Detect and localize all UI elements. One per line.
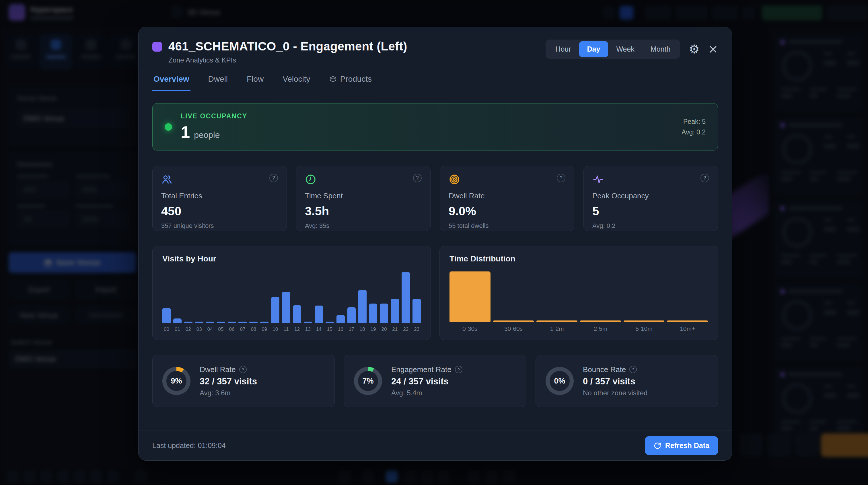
tab-overview[interactable]: Overview [152,73,190,91]
tab-label: Products [340,74,372,84]
visits-bar-08 [249,322,257,323]
stat-value: 5 [592,204,709,218]
chart-title: Visits by Hour [162,254,421,263]
help-icon[interactable]: ? [269,174,278,182]
tab-flow[interactable]: Flow [246,73,265,91]
help-icon[interactable]: ? [701,174,709,182]
time-distribution-plot: 0-30s30-60s1-2m2-5m5-10m10m+ [450,271,708,332]
live-peak: Peak: 5 [682,117,706,127]
stat-value: 450 [161,204,278,218]
visits-slot-01: 01 [173,271,182,332]
close-icon[interactable] [708,44,718,54]
visits-slot-09: 09 [260,271,269,332]
donut-card-row: 9%Dwell Rate?32 / 357 visitsAvg: 3.6m7%E… [152,355,718,407]
donut-value-line: 32 / 357 visits [199,376,257,387]
stat-label: Time Spent [305,192,422,200]
time-range-month[interactable]: Month [643,41,678,57]
donut-percent: 9% [166,371,186,391]
visits-slot-05: 05 [217,271,225,332]
visits-slot-07: 07 [238,271,247,332]
visits-label: 09 [261,326,267,332]
donut-sub: No other zone visited [583,389,647,397]
donut-card-dwell-rate: 9%Dwell Rate?32 / 357 visitsAvg: 3.6m [152,355,335,407]
live-avg: Avg: 0.2 [682,127,706,138]
tab-dwell[interactable]: Dwell [207,73,229,91]
stat-sub: Avg: 0.2 [592,222,709,230]
info-icon[interactable]: ? [455,366,462,373]
visits-label: 03 [196,326,202,332]
activity-icon [592,174,604,185]
donut-card-engagement-rate: 7%Engagement Rate?24 / 357 visitsAvg: 5.… [344,355,526,407]
visits-bar-11 [282,292,290,323]
modal-subtitle: Zone Analytics & KPIs [168,56,407,64]
visits-slot-11: 11 [282,271,290,332]
time-range-day[interactable]: Day [579,41,609,57]
tab-products[interactable]: Products [328,73,373,91]
timedist-bar-2-5m [580,320,621,322]
stat-label: Total Entries [161,192,278,200]
help-icon[interactable]: ? [413,174,422,182]
donut-value-line: 24 / 357 visits [391,376,462,387]
visits-bar-14 [315,305,323,323]
info-icon[interactable]: ? [629,366,637,373]
donut-card-bounce-rate: 0%Bounce Rate?0 / 357 visitsNo other zon… [535,355,718,407]
stat-label: Dwell Rate [448,192,565,200]
visits-bar-20 [380,303,388,323]
modal-title: 461_SCHEMATICO_0 - Engagement (Left) [168,39,407,53]
donut-sub: Avg: 5.4m [391,389,462,397]
timedist-slot-1-2m: 1-2m [536,271,578,332]
donut-percent: 7% [358,371,378,391]
visits-label: 16 [338,326,343,332]
visits-label: 10 [273,326,278,332]
visits-bar-07 [238,322,247,323]
tab-label: Overview [153,74,189,84]
visits-bar-10 [271,297,279,323]
donut-sub: Avg: 3.6m [199,389,257,397]
timedist-slot-2-5m: 2-5m [580,271,621,332]
refresh-data-button[interactable]: Refresh Data [645,436,718,455]
visits-bar-18 [358,290,367,323]
visits-label: 18 [360,326,365,332]
time-range-week[interactable]: Week [608,41,642,57]
visits-slot-08: 08 [249,271,257,332]
visits-bar-06 [228,322,236,323]
visits-slot-16: 16 [337,271,345,332]
timedist-bar-5-10m [624,320,664,322]
timedist-slot-0-30s: 0-30s [450,271,491,332]
visits-bar-21 [391,299,399,323]
time-distribution-chart: Time Distribution 0-30s30-60s1-2m2-5m5-1… [439,246,718,340]
stat-sub: 357 unique visitors [161,222,278,230]
visits-label: 15 [327,326,333,332]
stat-card-dwell-rate: ?Dwell Rate9.0%55 total dwells [440,166,574,231]
stat-value: 3.5h [305,204,422,218]
visits-label: 20 [381,326,387,332]
donut-label: Bounce Rate [583,365,626,374]
visits-bar-04 [206,322,214,323]
visits-slot-22: 22 [402,271,410,332]
time-range-segmented-control: HourDayWeekMonth [546,39,680,59]
time-range-hour[interactable]: Hour [547,41,579,57]
settings-gear-icon[interactable]: ⚙ [689,43,700,55]
visits-bar-01 [173,319,182,323]
visits-label: 14 [316,326,321,332]
visits-slot-17: 17 [347,271,356,332]
visits-bar-05 [217,322,225,323]
stat-card-peak-occupancy: ?Peak Occupancy5Avg: 0.2 [584,166,718,231]
timedist-label: 5-10m [636,325,653,332]
visits-label: 17 [349,326,354,332]
help-icon[interactable]: ? [557,174,565,182]
visits-label: 06 [229,326,235,332]
visits-slot-04: 04 [206,271,214,332]
clock-icon [305,174,316,185]
tab-velocity[interactable]: Velocity [281,73,311,91]
stat-card-time-spent: ?Time Spent3.5hAvg: 35s [296,166,431,231]
donut-ring: 9% [162,367,190,395]
timedist-slot-5-10m: 5-10m [624,271,664,332]
visits-slot-14: 14 [315,271,323,332]
modal-header: 461_SCHEMATICO_0 - Engagement (Left) Zon… [138,27,732,64]
visits-label: 11 [284,326,289,332]
visits-bar-12 [293,305,301,323]
info-icon[interactable]: ? [239,366,247,373]
timedist-bar-1-2m [536,320,578,322]
stat-label: Peak Occupancy [592,192,709,200]
